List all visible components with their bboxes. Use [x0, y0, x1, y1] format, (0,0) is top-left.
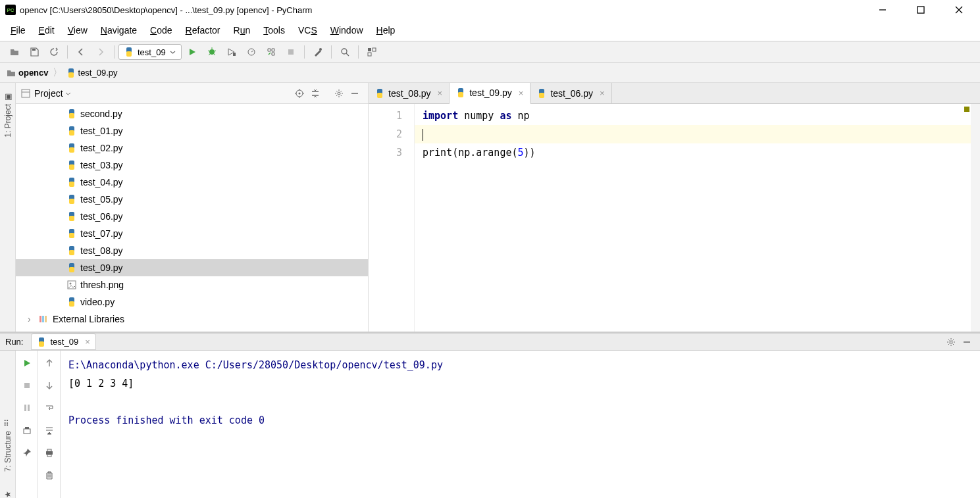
- clear-button[interactable]: [41, 466, 58, 484]
- structure-button[interactable]: [363, 43, 381, 61]
- tree-file-thresh-png[interactable]: thresh.png: [16, 276, 368, 293]
- svg-line-16: [346, 53, 349, 56]
- menu-file[interactable]: File: [5, 22, 31, 38]
- dump-button[interactable]: [18, 422, 36, 439]
- close-icon[interactable]: ×: [519, 88, 524, 98]
- tree-file-test_01-py[interactable]: test_01.py: [16, 122, 368, 139]
- console-output[interactable]: E:\Anaconda\python.exe C:/Users/28050/De…: [61, 351, 980, 498]
- close-button[interactable]: [946, 2, 972, 18]
- scroll-to-end-button[interactable]: [41, 422, 58, 439]
- folder-icon: [7, 68, 16, 78]
- file-label: second.py: [80, 109, 122, 119]
- editor-tab-test_09-py[interactable]: test_09.py×: [450, 83, 530, 104]
- up-button[interactable]: [41, 355, 58, 372]
- close-icon[interactable]: ×: [600, 88, 605, 98]
- pause-button[interactable]: [18, 399, 36, 416]
- run-gear-button[interactable]: [943, 334, 959, 350]
- sync-button[interactable]: [45, 43, 63, 61]
- run-button[interactable]: [183, 43, 201, 61]
- svg-rect-35: [42, 316, 44, 322]
- profile-button[interactable]: [242, 43, 261, 61]
- minimize-button[interactable]: [869, 2, 896, 18]
- svg-rect-13: [288, 49, 294, 55]
- svg-rect-11: [233, 53, 236, 56]
- menu-refactor[interactable]: Refactor: [180, 22, 226, 38]
- tree-file-test_02-py[interactable]: test_02.py: [16, 139, 368, 157]
- editor-tab-test_08-py[interactable]: test_08.py×: [369, 83, 450, 103]
- menu-run[interactable]: Run: [228, 22, 256, 38]
- tree-file-test_06-py[interactable]: test_06.py: [16, 208, 368, 225]
- stop-button[interactable]: [282, 43, 300, 61]
- menu-vcs[interactable]: VCS: [293, 22, 322, 38]
- project-title[interactable]: Project: [34, 88, 292, 99]
- menu-tools[interactable]: Tools: [258, 22, 290, 38]
- run-config-selector[interactable]: test_09: [118, 44, 182, 60]
- menu-navigate[interactable]: Navigate: [95, 22, 142, 38]
- run-hide-button[interactable]: [959, 334, 975, 350]
- tree-file-second-py[interactable]: second.py: [16, 105, 368, 122]
- svg-rect-41: [24, 383, 30, 388]
- python-icon: [67, 229, 76, 238]
- forward-button[interactable]: [91, 43, 110, 61]
- close-icon[interactable]: ×: [438, 88, 443, 98]
- tool-tab-project[interactable]: 1: Project▣: [2, 89, 14, 140]
- close-icon[interactable]: ×: [85, 337, 90, 347]
- debug-button[interactable]: [203, 43, 221, 61]
- run-label: Run:: [5, 337, 23, 347]
- open-button[interactable]: [5, 43, 24, 61]
- menu-help[interactable]: Help: [371, 22, 401, 38]
- svg-point-33: [70, 283, 72, 285]
- back-button[interactable]: [72, 43, 90, 61]
- breadcrumb-separator: 〉: [53, 66, 63, 79]
- tool-tab-favorites[interactable]: 2: Favorites★: [2, 487, 14, 498]
- tree-file-test_04-py[interactable]: test_04.py: [16, 174, 368, 191]
- menu-edit[interactable]: Edit: [34, 22, 60, 38]
- tree-file-test_07-py[interactable]: test_07.py: [16, 225, 368, 242]
- tree-file-video-py[interactable]: video.py: [16, 293, 368, 311]
- stop-run-button[interactable]: [18, 377, 36, 394]
- rerun-button[interactable]: [18, 355, 36, 372]
- python-icon: [537, 89, 546, 98]
- file-label: test_09.py: [80, 262, 123, 273]
- tree-file-test_05-py[interactable]: test_05.py: [16, 191, 368, 208]
- settings-button[interactable]: [309, 43, 327, 61]
- down-button[interactable]: [41, 377, 58, 394]
- menu-window[interactable]: Window: [325, 22, 369, 38]
- code-editor[interactable]: 123 import numpy as np print(np.arange(5…: [369, 104, 980, 332]
- python-icon: [67, 126, 76, 136]
- tree-scratches[interactable]: Scratches and Consoles: [16, 328, 368, 332]
- editor-tab-test_06-py[interactable]: test_06.py×: [530, 83, 611, 103]
- tree-file-test_03-py[interactable]: test_03.py: [16, 157, 368, 174]
- search-button[interactable]: [336, 43, 354, 61]
- expand-button[interactable]: [307, 86, 323, 101]
- console-command: E:\Anaconda\python.exe C:/Users/28050/De…: [68, 356, 972, 374]
- tree-external-libs[interactable]: › External Libraries: [16, 311, 368, 328]
- project-tree[interactable]: second.pytest_01.pytest_02.pytest_03.pyt…: [16, 104, 368, 332]
- softwrap-button[interactable]: [41, 399, 58, 416]
- image-icon: [67, 280, 76, 289]
- coverage-button[interactable]: [222, 43, 241, 61]
- python-icon: [67, 263, 76, 272]
- save-button[interactable]: [25, 43, 43, 61]
- pin-button[interactable]: [18, 444, 36, 461]
- print-button[interactable]: [41, 444, 58, 461]
- svg-rect-18: [373, 48, 376, 51]
- run-tab[interactable]: test_09 ×: [31, 334, 95, 350]
- menubar: File Edit View Navigate Code Refactor Ru…: [0, 20, 980, 41]
- menu-view[interactable]: View: [63, 22, 93, 38]
- tree-file-test_08-py[interactable]: test_08.py: [16, 242, 368, 259]
- breadcrumb-file[interactable]: test_09.py: [66, 68, 118, 78]
- svg-point-15: [342, 49, 347, 54]
- hide-button[interactable]: [347, 86, 363, 101]
- breadcrumb-project[interactable]: opencv: [7, 68, 49, 78]
- python-icon: [67, 297, 76, 307]
- concurrent-button[interactable]: [262, 43, 280, 61]
- tool-tab-structure[interactable]: 7: Structure⠿: [2, 416, 14, 474]
- maximize-button[interactable]: [908, 2, 934, 18]
- menu-code[interactable]: Code: [145, 22, 177, 38]
- run-action-column-1: [16, 351, 38, 498]
- locate-button[interactable]: [292, 86, 307, 101]
- svg-rect-4: [32, 49, 36, 51]
- gear-button[interactable]: [331, 86, 347, 101]
- tree-file-test_09-py[interactable]: test_09.py: [16, 259, 368, 276]
